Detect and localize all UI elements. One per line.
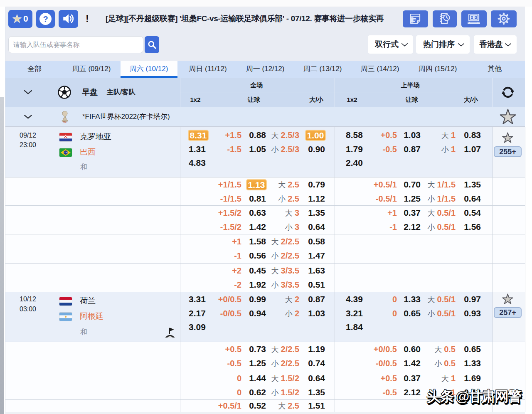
svg-text:FIFA: FIFA xyxy=(63,121,66,123)
